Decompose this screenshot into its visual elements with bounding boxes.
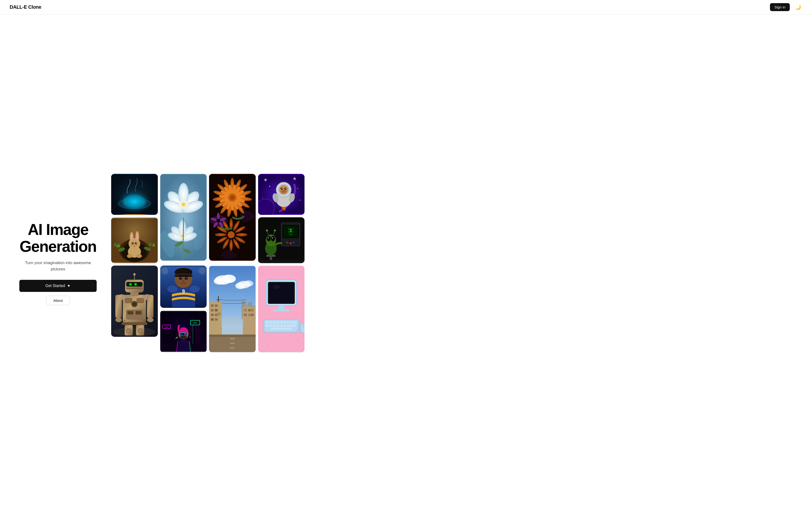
svg-point-71 [227, 231, 235, 238]
svg-rect-150 [137, 298, 144, 303]
svg-rect-289 [280, 325, 283, 327]
svg-point-216 [184, 333, 186, 335]
svg-rect-253 [244, 314, 247, 316]
svg-point-95 [282, 190, 286, 193]
svg-point-196 [182, 280, 185, 282]
theme-toggle-button[interactable]: 🌙 [794, 3, 802, 12]
svg-point-194 [181, 278, 182, 278]
svg-text:$: $ [290, 228, 292, 232]
gallery-image-bunny[interactable] [111, 217, 158, 263]
svg-rect-176 [126, 287, 143, 289]
svg-point-3 [128, 199, 129, 201]
svg-rect-286 [270, 325, 272, 327]
svg-rect-276 [265, 321, 268, 324]
svg-rect-251 [248, 309, 251, 312]
svg-rect-244 [211, 314, 214, 316]
svg-rect-283 [290, 321, 293, 324]
gallery-image-alien-arcade[interactable]: PLAY INSERT COIN $ [258, 217, 305, 263]
svg-point-156 [144, 320, 145, 321]
gallery-image-athlete[interactable]: 9 [160, 266, 207, 308]
svg-point-68 [215, 233, 226, 236]
main-content: AI Image Generation Turn your imaginatio… [0, 14, 812, 507]
svg-point-4 [139, 198, 140, 200]
svg-point-198 [161, 268, 168, 275]
svg-point-109 [133, 243, 134, 243]
svg-point-84 [299, 200, 300, 201]
svg-point-215 [181, 333, 183, 335]
svg-text:NEO: NEO [193, 322, 197, 324]
svg-rect-179 [115, 295, 122, 318]
svg-rect-273 [273, 309, 289, 312]
svg-rect-285 [265, 325, 268, 327]
gallery-image-street-city[interactable] [209, 266, 256, 352]
svg-rect-246 [211, 319, 214, 321]
svg-rect-287 [273, 325, 276, 327]
svg-point-136 [272, 237, 274, 240]
svg-text:BAR: BAR [165, 326, 168, 328]
svg-rect-255 [251, 314, 254, 316]
svg-point-94 [285, 188, 286, 189]
svg-point-138 [272, 237, 273, 238]
svg-rect-160 [121, 322, 147, 325]
svg-rect-243 [215, 309, 218, 312]
header: DALL-E Clone Sign in 🌙 [0, 0, 812, 14]
svg-rect-281 [283, 321, 286, 324]
header-right: Sign in 🌙 [770, 3, 802, 12]
svg-point-135 [267, 237, 270, 240]
svg-rect-278 [272, 321, 275, 324]
gallery-image-cyberpunk[interactable]: NEO BAR [160, 310, 207, 352]
gallery-image-space-monkey[interactable] [258, 174, 305, 215]
svg-rect-159 [136, 311, 141, 314]
svg-rect-241 [215, 304, 218, 307]
svg-rect-258 [230, 338, 235, 339]
hero-title: AI Image Generation [19, 221, 96, 255]
gallery-image-orange-floral[interactable] [209, 174, 256, 261]
gallery-image-white-flower[interactable] [160, 174, 207, 261]
svg-point-227 [214, 278, 225, 285]
svg-point-58 [230, 195, 235, 200]
svg-point-195 [186, 278, 187, 278]
svg-point-265 [266, 344, 268, 346]
svg-point-182 [147, 318, 153, 322]
sign-in-button[interactable]: Sign in [770, 3, 790, 11]
svg-point-140 [266, 230, 268, 231]
svg-rect-272 [278, 306, 284, 310]
svg-rect-277 [269, 321, 272, 324]
svg-rect-279 [276, 321, 279, 324]
gallery-image-droid[interactable] [111, 266, 158, 337]
svg-point-110 [136, 243, 137, 243]
svg-point-181 [115, 318, 122, 322]
svg-point-117 [136, 254, 142, 258]
svg-point-5 [133, 198, 134, 199]
svg-rect-0 [111, 175, 158, 214]
gallery-image-retro-pc[interactable] [258, 266, 305, 352]
svg-point-15 [182, 203, 185, 206]
svg-point-128 [289, 242, 292, 244]
svg-point-185 [167, 285, 177, 292]
gallery-image-bowl[interactable] [111, 174, 158, 215]
about-button[interactable]: About [46, 296, 69, 305]
svg-point-111 [134, 244, 135, 246]
svg-rect-270 [269, 283, 294, 303]
svg-rect-290 [284, 325, 286, 327]
svg-rect-242 [211, 309, 214, 312]
svg-point-163 [126, 329, 131, 333]
get-started-button[interactable]: Get Started ✦ [19, 280, 97, 292]
svg-point-83 [262, 198, 263, 198]
svg-rect-247 [215, 319, 218, 321]
svg-point-152 [133, 302, 136, 306]
svg-point-186 [190, 285, 200, 292]
svg-point-127 [286, 241, 289, 244]
svg-line-23 [183, 217, 184, 260]
svg-point-77 [216, 219, 220, 223]
sparkle-icon: ✦ [67, 283, 70, 288]
svg-rect-180 [147, 295, 153, 318]
svg-point-164 [138, 329, 143, 333]
hero-panel: AI Image Generation Turn your imaginatio… [19, 221, 97, 305]
svg-rect-288 [277, 325, 280, 327]
svg-rect-291 [287, 325, 290, 327]
svg-rect-250 [244, 309, 247, 312]
svg-rect-254 [248, 314, 251, 316]
svg-point-155 [124, 320, 125, 321]
svg-rect-158 [128, 311, 133, 314]
